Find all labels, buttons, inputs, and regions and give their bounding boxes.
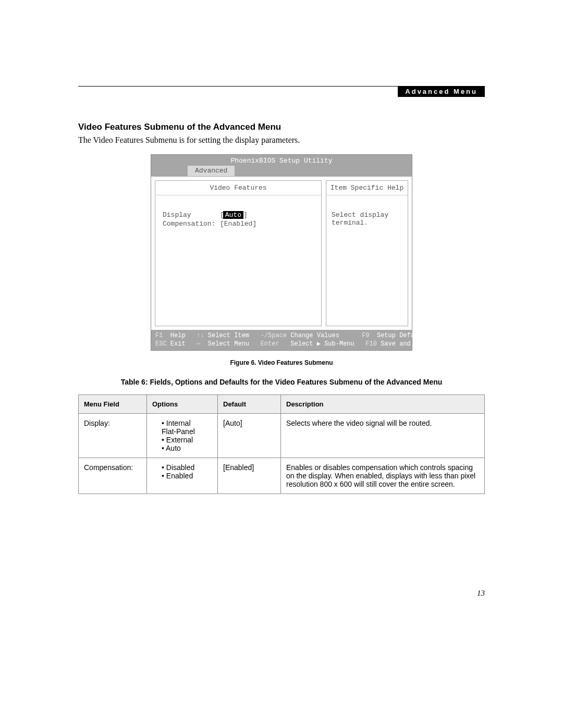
bios-right-header: Item Specific Help <box>326 181 408 195</box>
bios-footer-row-2: ESC Exit ↔ Select Menu Enter Select ▶ Su… <box>155 340 408 348</box>
section-title: Video Features Submenu of the Advanced M… <box>78 122 485 132</box>
cell-default: [Auto] <box>218 414 281 458</box>
cell-menu-field: Compensation: <box>79 458 147 494</box>
f10-save-exit: F10 Save and Exit <box>365 340 429 348</box>
cell-options: • InternalFlat-Panel• External• Auto <box>147 414 218 458</box>
bios-tab-advanced: Advanced <box>188 166 235 176</box>
table-caption: Table 6: Fields, Options and Defaults fo… <box>78 378 485 386</box>
th-options: Options <box>147 395 218 414</box>
fields-table: Menu Field Options Default Description D… <box>78 394 485 494</box>
bios-field-label: Compensation: <box>163 220 220 228</box>
bios-field-compensation: Compensation: [Enabled] <box>163 220 314 228</box>
bios-field-value-wrap: [Auto] <box>220 211 248 219</box>
cell-menu-field: Display: <box>79 414 147 458</box>
header-banner: Advanced Menu <box>398 86 485 97</box>
bios-screenshot: PhoenixBIOS Setup Utility Advanced Video… <box>151 154 412 351</box>
cell-description: Enables or disables compensation which c… <box>281 458 485 494</box>
bios-right-panel: Item Specific Help Select display termin… <box>326 180 408 326</box>
bios-utility-title: PhoenixBIOS Setup Utility <box>151 155 412 166</box>
table-row: Display:• InternalFlat-Panel• External• … <box>79 414 485 458</box>
esc-exit: ESC Exit <box>155 340 197 348</box>
bios-field-display: Display [Auto] <box>163 211 314 219</box>
bios-body: Video Features Display [Auto] Compensati… <box>151 176 412 330</box>
bios-field-value: [Enabled] <box>220 220 256 228</box>
document-page: Advanced Menu Video Features Submenu of … <box>0 0 563 728</box>
th-description: Description <box>281 395 485 414</box>
enter-select-submenu: Enter Select ▶ Sub-Menu <box>261 340 366 348</box>
figure-caption: Figure 6. Video Features Submenu <box>78 359 485 366</box>
f1-help: F1 Help <box>155 331 197 340</box>
arrows-select-menu: ↔ Select Menu <box>197 340 260 348</box>
th-default: Default <box>218 395 281 414</box>
cell-description: Selects where the video signal will be r… <box>281 414 485 458</box>
table-header-row: Menu Field Options Default Description <box>79 395 485 414</box>
bios-left-panel: Video Features Display [Auto] Compensati… <box>155 180 322 326</box>
page-number: 13 <box>477 589 485 598</box>
cell-options: • Disabled• Enabled <box>147 458 218 494</box>
cell-default: [Enabled] <box>218 458 281 494</box>
arrows-select-item: ↑↓ Select Item <box>197 331 260 340</box>
bios-help-text: Select display terminal. <box>326 195 408 232</box>
bios-left-body: Display [Auto] Compensation: [Enabled] <box>155 195 321 326</box>
bios-field-value-selected: Auto <box>223 211 243 219</box>
bracket-close: ] <box>243 211 248 219</box>
table-row: Compensation:• Disabled• Enabled[Enabled… <box>79 458 485 494</box>
bios-tabs: Advanced <box>151 166 412 176</box>
bios-field-label: Display <box>163 211 220 219</box>
th-menu-field: Menu Field <box>79 395 147 414</box>
bios-footer: F1 Help ↑↓ Select Item -/Space Change Va… <box>151 330 412 350</box>
bios-left-header: Video Features <box>155 181 321 195</box>
section-intro: The Video Features Submenu is for settin… <box>78 135 485 145</box>
space-change-values: -/Space Change Values <box>261 331 362 340</box>
bios-footer-row-1: F1 Help ↑↓ Select Item -/Space Change Va… <box>155 331 408 340</box>
f9-setup-defaults: F9 Setup Defaults <box>362 331 430 340</box>
